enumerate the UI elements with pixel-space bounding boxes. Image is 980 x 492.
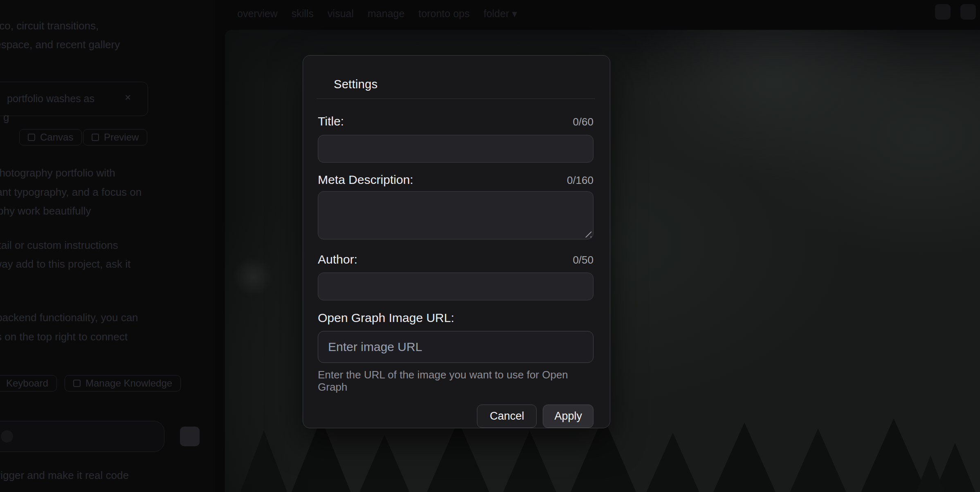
share-icon[interactable] [960, 4, 976, 20]
attach-icon[interactable] [1, 430, 13, 443]
meta-description-label: Meta Description: [318, 172, 413, 188]
chat-message-line: ography work beautifully [0, 205, 91, 217]
topbar-item[interactable]: folder ▾ [483, 8, 517, 20]
panel-icon[interactable] [935, 4, 951, 20]
chat-message-line: see backend functionality, you can [0, 311, 138, 324]
og-image-url-input[interactable] [318, 331, 593, 363]
author-label: Author: [318, 252, 357, 267]
author-counter: 0/50 [573, 252, 593, 268]
notice-card: portfolio washes as × [0, 82, 148, 116]
title-label: Title: [318, 114, 344, 129]
keyboard-button-label: Keyboard [6, 378, 48, 389]
keyboard-button[interactable]: Keyboard [0, 375, 57, 391]
sidebar-text-line: g [3, 111, 9, 124]
cancel-button[interactable]: Cancel [477, 405, 537, 428]
og-image-helper-text: Enter the URL of the image you want to u… [318, 369, 593, 393]
manage-knowledge-label: Manage Knowledge [85, 378, 172, 389]
close-icon[interactable]: × [125, 91, 131, 104]
title-counter: 0/60 [573, 114, 593, 130]
apply-button[interactable]: Apply [543, 405, 593, 428]
chat-sidebar: type co, circuit transitions, whitespace… [0, 0, 216, 492]
top-bar: overview skills visual manage toronto op… [225, 0, 980, 27]
sidebar-footer-note: the trigger and make it real code [0, 469, 129, 482]
preview-toggle-button[interactable]: Preview [83, 129, 147, 145]
knowledge-icon [73, 380, 81, 387]
canvas-toggle-button[interactable]: Canvas [19, 129, 82, 145]
preview-icon [92, 134, 99, 141]
send-button[interactable] [180, 427, 200, 446]
notice-text: portfolio washes as [7, 93, 94, 105]
manage-knowledge-button[interactable]: Manage Knowledge [65, 375, 181, 391]
topbar-icons [935, 4, 976, 20]
modal-title: Settings [303, 56, 610, 92]
chat-message-line: to away add to this project, ask it [0, 258, 130, 271]
canvas-toggle-label: Canvas [40, 132, 73, 143]
title-input[interactable] [318, 135, 593, 163]
sidebar-text-line: type co, circuit transitions, [0, 20, 99, 32]
meta-description-textarea[interactable] [318, 191, 593, 239]
preview-toggle-label: Preview [104, 132, 139, 143]
topbar-item[interactable]: toronto ops [418, 8, 470, 20]
og-image-url-label: Open Graph Image URL: [318, 310, 454, 326]
chat-message-line: ing photography portfolio with [0, 167, 115, 179]
chat-input[interactable] [0, 421, 164, 452]
divider [317, 98, 595, 99]
canvas-icon [28, 134, 35, 141]
meta-description-counter: 0/160 [567, 172, 593, 188]
breadcrumb: overview skills visual manage toronto op… [237, 8, 517, 20]
chat-message-line: items on the top right to connect [0, 331, 128, 343]
settings-modal: Settings Title: 0/60 Meta Description: 0… [303, 55, 610, 428]
topbar-item[interactable]: visual [328, 8, 354, 20]
chat-message-line: cocktail or custom instructions [0, 239, 118, 252]
topbar-item[interactable]: manage [368, 8, 405, 20]
sidebar-text-line: whitespace, and recent gallery [0, 38, 120, 51]
author-input[interactable] [318, 273, 593, 300]
chat-message-line: elegant typography, and a focus on [0, 186, 142, 199]
topbar-item[interactable]: overview [237, 8, 278, 20]
topbar-item[interactable]: skills [292, 8, 314, 20]
